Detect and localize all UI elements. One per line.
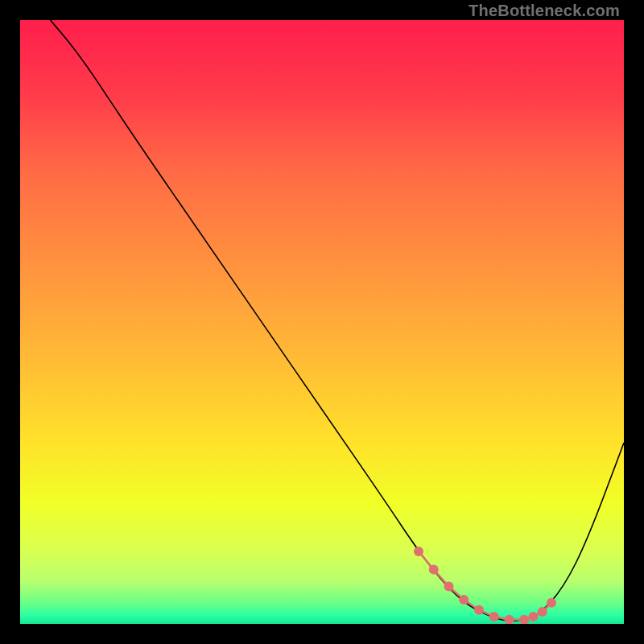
marker-dot	[538, 607, 547, 617]
marker-dot	[444, 582, 454, 592]
bottleneck-chart	[20, 20, 624, 624]
chart-frame	[20, 20, 624, 624]
watermark-text: TheBottleneck.com	[469, 2, 620, 20]
marker-dot	[414, 547, 423, 556]
gradient-background	[20, 20, 624, 624]
marker-dot	[474, 605, 484, 615]
marker-dot	[547, 598, 556, 608]
marker-dot	[429, 565, 439, 575]
marker-dot	[489, 612, 499, 621]
marker-dot	[529, 612, 539, 621]
marker-dot	[459, 595, 469, 605]
